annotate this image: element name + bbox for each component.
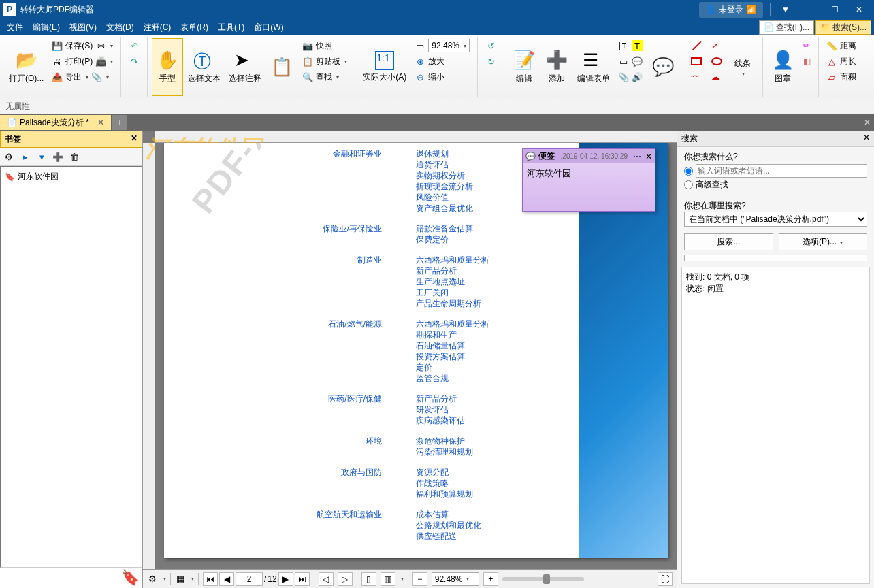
sticky-body[interactable]: 河东软件园 <box>523 163 655 211</box>
rotate-right-button[interactable]: ↻ <box>482 54 500 69</box>
print-button[interactable]: 🖨打印(P)📠▾ <box>48 54 116 69</box>
rotate-left-button[interactable]: ↺ <box>482 38 500 53</box>
search-where-select[interactable]: 在当前文档中 ("Palisade决策分析.pdf") <box>684 212 867 227</box>
search-button[interactable]: 📁搜索(S)... <box>815 20 871 35</box>
item-link[interactable]: 退休规划 <box>416 148 473 159</box>
sound-icon[interactable]: 🔊 <box>632 71 643 82</box>
item-link[interactable]: 赔款准备金估算 <box>416 223 473 234</box>
next-page-button[interactable]: ▶ <box>278 572 293 586</box>
text-tool-button[interactable]: 🅃T <box>615 38 646 53</box>
textbox-button[interactable]: ▭💬 <box>615 54 646 69</box>
undo-button[interactable]: ↶ <box>125 38 143 53</box>
item-link[interactable]: 污染清理和规划 <box>416 446 473 457</box>
minimize-button[interactable]: — <box>798 2 822 17</box>
stamp-button[interactable]: 👤图章 <box>767 38 798 96</box>
item-link[interactable]: 福利和预算规划 <box>416 489 473 500</box>
layout-icon[interactable]: ▦ <box>175 574 186 585</box>
menu-view[interactable]: 视图(V) <box>65 20 101 35</box>
clipboard-button[interactable]: 📋剪贴板▾ <box>299 54 351 69</box>
item-link[interactable]: 作战策略 <box>416 478 473 489</box>
item-link[interactable]: 勘探和生产 <box>416 329 489 340</box>
ellipse-button[interactable] <box>708 54 726 69</box>
tab-add-button[interactable]: + <box>112 115 127 130</box>
gear-icon[interactable]: ⚙ <box>2 150 16 163</box>
item-link[interactable]: 实物期权分析 <box>416 170 473 181</box>
close-button[interactable]: ✕ <box>847 2 871 17</box>
sticky-header[interactable]: 💬 便签 .2019-04-12, 16:30:29 ⋯ ✕ <box>523 149 655 163</box>
redo-button[interactable]: ↷ <box>125 54 143 69</box>
line-tool-button[interactable] <box>687 38 707 53</box>
item-link[interactable]: 研发评估 <box>416 404 465 415</box>
edit-form-button[interactable]: ☰编辑表单 <box>574 38 613 96</box>
cloud-button[interactable]: ☁ <box>708 69 726 84</box>
dropdown-button[interactable]: ▼ <box>773 2 798 17</box>
hand-tool-button[interactable]: ✋手型 <box>152 38 183 96</box>
zoom-slider[interactable] <box>502 577 584 581</box>
item-link[interactable]: 新产品分析 <box>416 393 465 404</box>
single-page-button[interactable]: ▯ <box>361 572 376 586</box>
item-link[interactable]: 折现现金流分析 <box>416 181 473 192</box>
item-link[interactable]: 六西格玛和质量分析 <box>416 318 489 329</box>
panel-close-icon[interactable]: ✕ <box>131 133 137 143</box>
prev-page-button[interactable]: ◀ <box>219 572 234 586</box>
item-link[interactable]: 资源分配 <box>416 467 473 478</box>
item-link[interactable]: 产品生命周期分析 <box>416 298 489 309</box>
menu-file[interactable]: 文件 <box>3 20 27 35</box>
item-link[interactable]: 濒危物种保护 <box>416 436 473 446</box>
share-icon[interactable]: 📎 <box>91 71 102 82</box>
fullscreen-button[interactable]: ⛶ <box>658 572 673 586</box>
arrow-tool-button[interactable]: ↗ <box>708 38 726 53</box>
zoom-status-combo[interactable]: 92.48%▾ <box>432 572 479 586</box>
fit-page-button[interactable]: ▭92.48%▾ <box>411 38 473 53</box>
first-page-button[interactable]: ⏮ <box>203 572 218 586</box>
menu-edit[interactable]: 编辑(E) <box>29 20 64 35</box>
page-input[interactable] <box>236 572 263 586</box>
item-link[interactable]: 保费定价 <box>416 234 473 245</box>
select-annotation-button[interactable]: ➤选择注释 <box>225 38 265 96</box>
page-area[interactable]: PDF-XChange SDK 金融和证券业退休规划通货评估实物期权分析折现现金… <box>155 143 677 569</box>
menu-form[interactable]: 表单(R) <box>176 20 212 35</box>
bookmark-item[interactable]: 🔖 河东软件园 <box>3 169 139 184</box>
maximize-button[interactable]: ☐ <box>822 2 847 17</box>
zoom-in-status-button[interactable]: + <box>483 572 498 586</box>
search-panel-close-icon[interactable]: ✕ <box>863 133 870 144</box>
save-button[interactable]: 💾保存(S)✉▾ <box>48 38 116 53</box>
find-ribbon-button[interactable]: 🔍查找▾ <box>299 69 351 84</box>
item-link[interactable]: 投资方案估算 <box>416 351 489 362</box>
item-link[interactable]: 风险价值 <box>416 192 473 203</box>
zoom-out-button[interactable]: ⊖缩小 <box>411 69 473 84</box>
actual-size-button[interactable]: 1:1实际大小(A) <box>359 38 410 96</box>
item-link[interactable]: 成本估算 <box>416 509 481 520</box>
callout-icon[interactable]: 💬 <box>632 56 643 67</box>
nav-fwd-button[interactable]: ▷ <box>338 572 353 586</box>
item-link[interactable]: 通货评估 <box>416 159 473 170</box>
attach-button[interactable]: 📎🔊 <box>615 69 646 84</box>
item-link[interactable]: 工厂关闭 <box>416 287 489 298</box>
tab-close-icon[interactable]: ✕ <box>97 118 104 127</box>
continuous-button[interactable]: ▥ <box>381 572 395 586</box>
export-button[interactable]: 📤导出▾📎▾ <box>48 69 116 84</box>
tab-document[interactable]: 📄 Palisade决策分析 * ✕ <box>0 115 111 130</box>
search-text-radio[interactable] <box>684 164 867 178</box>
item-link[interactable]: 新产品分析 <box>416 265 489 276</box>
highlight-icon[interactable]: T <box>632 40 643 51</box>
edit-button[interactable]: 📝编辑 <box>508 38 540 96</box>
item-link[interactable]: 生产地点选址 <box>416 276 489 287</box>
bookmark-new-icon[interactable]: ➕ <box>51 150 65 163</box>
item-link[interactable]: 公路规划和最优化 <box>416 520 481 531</box>
menu-document[interactable]: 文档(D) <box>102 20 138 35</box>
scan-icon[interactable]: 📠 <box>95 56 106 67</box>
radio-input[interactable] <box>684 180 693 189</box>
mail-icon[interactable]: ✉ <box>95 40 106 51</box>
item-link[interactable]: 六西格玛和质量分析 <box>416 255 489 265</box>
item-link[interactable]: 监管合规 <box>416 373 489 384</box>
account-button[interactable]: 👤 未登录 📶 <box>699 2 763 18</box>
search-advanced-radio[interactable]: 高级查找 <box>684 179 867 191</box>
search-input[interactable] <box>696 164 867 178</box>
last-page-button[interactable]: ⏭ <box>295 572 310 586</box>
area-button[interactable]: ▱面积 <box>823 69 860 84</box>
menu-window[interactable]: 窗口(W) <box>250 20 287 35</box>
note-button[interactable]: 💬 <box>647 38 679 96</box>
perimeter-button[interactable]: △周长 <box>823 54 860 69</box>
select-text-button[interactable]: Ⓣ选择文本 <box>184 38 224 96</box>
